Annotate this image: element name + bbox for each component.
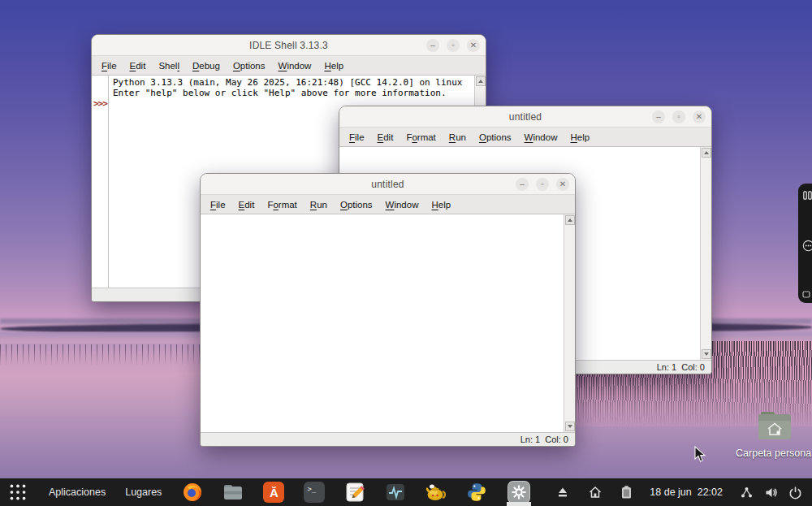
menu-edit[interactable]: Edit [371,132,400,142]
menu-options[interactable]: Options [334,200,379,210]
menu-run[interactable]: Run [443,132,473,142]
minimize-button[interactable]: – [516,178,529,191]
active-task-indicator [507,502,531,506]
maximize-button[interactable]: ▫ [672,110,685,123]
shell-banner-line: Python 3.13.3 (main, May 26 2025, 16:21:… [113,78,462,89]
menu-format[interactable]: Format [261,200,303,210]
close-button[interactable]: ✕ [556,178,569,191]
clipboard-icon[interactable] [614,478,638,506]
apps-grid-icon[interactable] [3,478,32,506]
menu-options[interactable]: Options [227,61,272,71]
shell-help-line: Enter "help" below or click "Help" above… [113,89,462,99]
eject-icon[interactable] [551,478,575,506]
editor-back-title: untitled [509,111,542,123]
editor-front-text-area[interactable] [201,214,575,433]
menu-edit[interactable]: Edit [232,200,261,210]
teapot-icon[interactable] [421,478,451,506]
firefox-icon[interactable] [178,478,207,506]
editor-front-menubar: FileEditFormatRunOptionsWindowHelp [201,195,575,214]
menu-edit[interactable]: Edit [123,61,153,71]
editor-back-scrollbar[interactable] [700,147,711,360]
power-icon[interactable] [783,478,807,506]
mouse-cursor [694,446,706,463]
menu-file[interactable]: File [95,61,123,71]
desktop: Carpeta personal IDLE Shell 3.13.3 – ▫ ✕… [0,0,812,506]
scroll-up-button[interactable] [565,215,575,225]
system-monitor-icon[interactable] [381,478,410,506]
menu-shell[interactable]: Shell [152,61,186,71]
menu-window[interactable]: Window [379,200,425,210]
desktop-icon-label: Carpeta personal [734,448,812,459]
close-button[interactable]: ✕ [693,110,706,123]
menu-help[interactable]: Help [564,132,596,142]
menu-help[interactable]: Help [317,61,350,71]
menu-format[interactable]: Format [400,132,442,142]
scroll-down-button[interactable] [565,422,575,431]
menu-run[interactable]: Run [304,200,334,210]
shell-menubar: FileEditShellDebugOptionsWindowHelp [92,56,486,76]
python-icon[interactable] [462,478,491,506]
maximize-button[interactable]: ▫ [447,39,460,52]
places-menu[interactable]: Lugares [115,487,171,498]
applications-menu[interactable]: Aplicaciones [39,487,115,498]
menu-window[interactable]: Window [272,61,318,71]
network-icon[interactable] [734,478,758,506]
editor-back-menubar: FileEditFormatRunOptionsWindowHelp [339,128,711,147]
minimize-button[interactable]: – [652,110,665,123]
scroll-down-button[interactable] [702,349,711,359]
shell-window-title: IDLE Shell 3.13.3 [249,40,328,51]
shell-prompt: >>> [93,98,107,109]
scroll-up-button[interactable] [476,76,486,86]
close-button[interactable]: ✕ [467,39,480,52]
taskbar: Aplicaciones Lugares Ă [0,478,812,506]
menu-file[interactable]: File [204,200,232,210]
maximize-button[interactable]: ▫ [536,178,549,191]
scroll-up-button[interactable] [702,148,711,158]
pause-bars-icon [802,190,812,201]
terminal-icon[interactable]: >_ [300,478,329,506]
software-store-icon[interactable]: Ă [259,478,288,506]
minimize-button[interactable]: – [426,39,439,52]
volume-icon[interactable] [758,478,783,506]
more-options-icon [802,240,812,252]
editor-front-scrollbar[interactable] [564,214,575,432]
menu-debug[interactable]: Debug [186,61,227,71]
reeds-left [0,344,203,365]
idle-gear-icon[interactable] [504,478,533,506]
menu-options[interactable]: Options [473,132,518,142]
editor-front-statusbar: Ln: 1 Col: 0 [201,433,575,446]
clock[interactable]: 18 de jun 22:02 [638,487,734,498]
desktop-icon-home-folder[interactable]: Carpeta personal [734,411,812,459]
text-editor-icon[interactable] [340,478,369,506]
prompt-gutter: >>> [92,76,109,288]
editor-front-titlebar[interactable]: untitled – ▫ ✕ [201,174,575,195]
home-icon[interactable] [583,478,607,506]
file-manager-icon[interactable] [218,478,248,506]
menu-window[interactable]: Window [518,132,564,142]
idle-editor-window-front: untitled – ▫ ✕ FileEditFormatRunOptionsW… [200,173,576,447]
menu-file[interactable]: File [343,132,371,142]
folder-home-icon [756,411,793,442]
editor-back-titlebar[interactable]: untitled – ▫ ✕ [339,106,711,128]
menu-help[interactable]: Help [425,200,457,210]
editor-front-title: untitled [371,179,404,190]
hidden-dock-fragment[interactable] [798,184,812,303]
shell-titlebar[interactable]: IDLE Shell 3.13.3 – ▫ ✕ [92,35,486,56]
dock-small-icon [802,291,810,298]
